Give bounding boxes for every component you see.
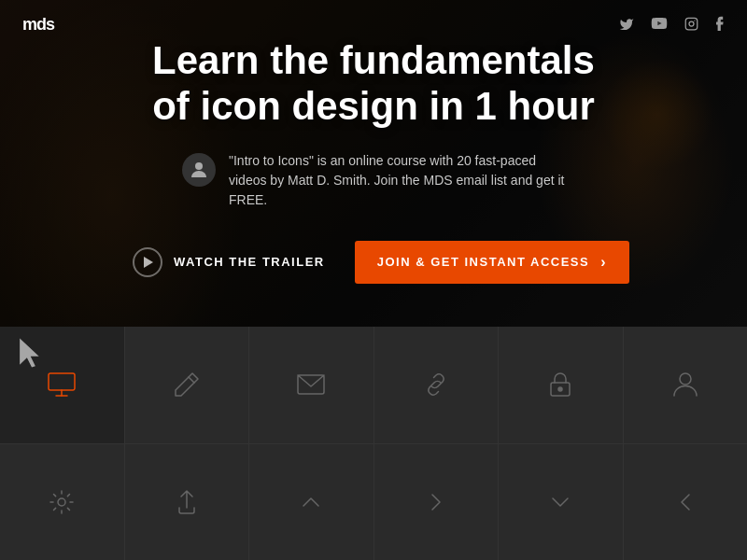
svg-point-12 (680, 373, 691, 385)
svg-point-2 (689, 21, 694, 26)
svg-rect-1 (685, 18, 698, 30)
hero-description-block: "Intro to Icons" is an online course wit… (118, 151, 629, 210)
youtube-icon[interactable] (651, 17, 668, 33)
icon-grid-section (0, 327, 747, 560)
settings-icon (45, 485, 78, 519)
hero-buttons: WATCH THE TRAILER JOIN & GET INSTANT ACC… (118, 236, 629, 288)
svg-point-4 (195, 162, 203, 170)
user-icon-cell[interactable] (624, 327, 748, 443)
avatar (182, 153, 216, 187)
chevron-down-icon (543, 485, 577, 519)
settings-icon-cell[interactable] (0, 444, 125, 561)
hero-title: Learn the fundamentals of icon design in… (118, 38, 629, 129)
chevron-left-icon-cell[interactable] (624, 444, 748, 561)
arrow-right-icon: › (600, 254, 607, 271)
link-icon (419, 368, 453, 401)
upload-icon-cell[interactable] (125, 444, 250, 561)
join-label: JOIN & GET INSTANT ACCESS (377, 255, 589, 269)
edit-icon (170, 368, 204, 401)
navbar: mds (0, 0, 747, 49)
mail-icon-cell[interactable] (249, 327, 374, 443)
edit-icon-cell[interactable] (125, 327, 250, 443)
svg-point-13 (58, 498, 65, 506)
social-links (619, 16, 725, 34)
screen-icon (45, 368, 78, 401)
logo: mds (22, 15, 54, 35)
join-button[interactable]: JOIN & GET INSTANT ACCESS › (355, 241, 629, 284)
lock-icon (543, 368, 577, 401)
icon-row-2 (0, 444, 747, 561)
facebook-icon[interactable] (715, 16, 725, 34)
screen-icon-cell[interactable] (0, 327, 125, 443)
link-icon-cell[interactable] (374, 327, 500, 443)
svg-point-3 (694, 20, 695, 21)
svg-line-8 (189, 377, 194, 383)
chevron-down-icon-cell[interactable] (499, 444, 624, 561)
mail-icon (294, 368, 328, 401)
chevron-up-icon (294, 485, 328, 519)
user-icon (669, 368, 702, 401)
watch-trailer-button[interactable]: WATCH THE TRAILER (118, 236, 340, 288)
hero-content: Learn the fundamentals of icon design in… (62, 38, 685, 288)
play-icon (133, 247, 162, 277)
svg-point-11 (558, 387, 562, 391)
chevron-left-icon (669, 485, 702, 519)
chevron-up-icon-cell[interactable] (249, 444, 374, 561)
twitter-icon[interactable] (619, 17, 634, 33)
chevron-right-icon-cell[interactable] (374, 444, 500, 561)
hero-description-text: "Intro to Icons" is an online course wit… (229, 151, 565, 210)
chevron-right-icon (419, 485, 453, 519)
watch-trailer-label: WATCH THE TRAILER (174, 255, 325, 269)
lock-icon-cell[interactable] (499, 327, 624, 443)
upload-icon (170, 485, 204, 519)
instagram-icon[interactable] (684, 17, 698, 34)
svg-rect-5 (49, 373, 75, 390)
icon-row-1 (0, 327, 747, 444)
